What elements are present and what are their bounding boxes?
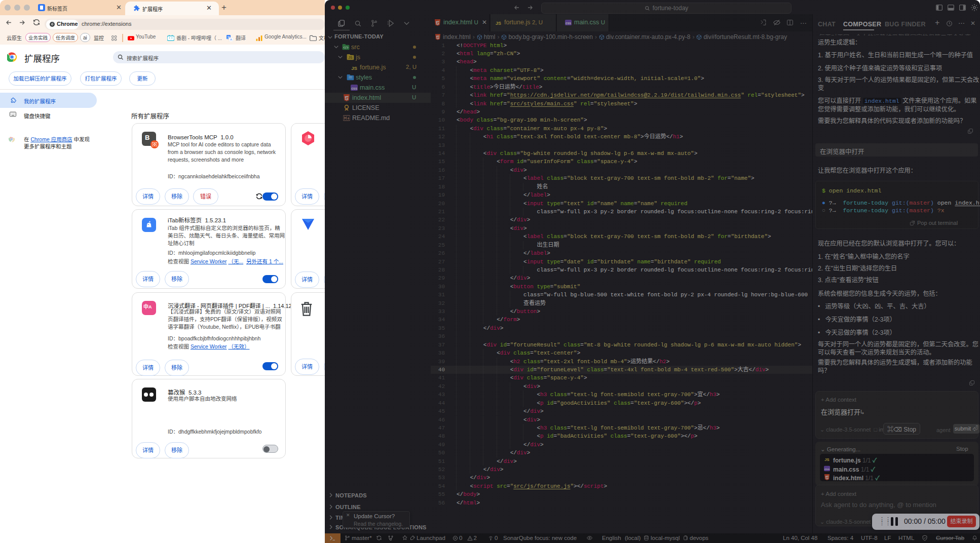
svg-text:JS: JS [348, 56, 353, 59]
svg-text:JS: JS [824, 457, 829, 462]
svg-text:css: css [566, 21, 571, 25]
svg-text:css: css [824, 468, 830, 471]
svg-text:css: css [351, 87, 357, 90]
svg-text:JS: JS [351, 65, 357, 71]
svg-text:JS: JS [496, 21, 501, 26]
svg-text:A: A [230, 38, 232, 41]
